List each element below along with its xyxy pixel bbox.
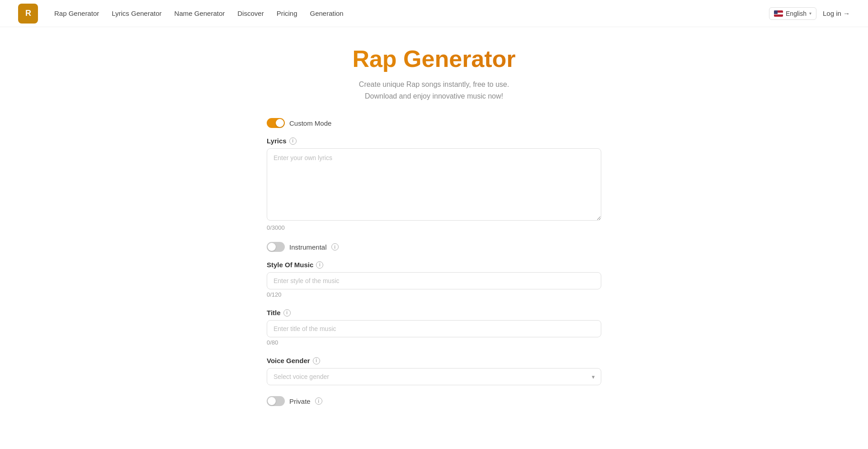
language-selector[interactable]: English ▾ <box>769 7 816 20</box>
custom-mode-label: Custom Mode <box>289 119 331 127</box>
private-toggle-thumb <box>268 397 276 405</box>
instrumental-toggle-thumb <box>268 243 276 251</box>
toggle-thumb <box>276 119 284 127</box>
title-input[interactable] <box>267 320 601 337</box>
language-label: English <box>786 10 807 17</box>
nav-left: R Rap Generator Lyrics Generator Name Ge… <box>18 4 344 24</box>
nav-link-pricing[interactable]: Pricing <box>277 8 297 19</box>
navbar: R Rap Generator Lyrics Generator Name Ge… <box>0 0 868 27</box>
title-section: Title i 0/80 <box>267 309 601 346</box>
login-link[interactable]: Log in → <box>823 9 850 17</box>
logo[interactable]: R <box>18 4 38 24</box>
instrumental-label: Instrumental <box>289 243 327 251</box>
instrumental-toggle[interactable] <box>267 242 285 252</box>
style-input[interactable] <box>267 272 601 289</box>
instrumental-row: Instrumental i <box>267 242 601 252</box>
style-char-count: 0/120 <box>267 291 601 298</box>
page-title: Rap Generator <box>267 45 601 72</box>
voice-gender-label: Voice Gender i <box>267 357 601 364</box>
private-toggle-track <box>267 396 285 406</box>
voice-gender-section: Voice Gender i Select voice gender Male … <box>267 357 601 385</box>
private-row: Private i <box>267 396 601 406</box>
nav-link-name-generator[interactable]: Name Generator <box>175 8 225 19</box>
nav-link-generation[interactable]: Generation <box>310 8 344 19</box>
lyrics-char-count: 0/3000 <box>267 224 601 231</box>
title-label: Title i <box>267 309 601 317</box>
title-info-icon[interactable]: i <box>283 309 291 317</box>
voice-gender-select[interactable]: Select voice gender Male Female Neutral <box>267 368 601 385</box>
lyrics-label: Lyrics i <box>267 137 601 145</box>
private-info-icon[interactable]: i <box>315 397 322 405</box>
custom-mode-row: Custom Mode <box>267 118 601 128</box>
private-toggle[interactable] <box>267 396 285 406</box>
voice-gender-wrapper: Select voice gender Male Female Neutral … <box>267 368 601 385</box>
instrumental-info-icon[interactable]: i <box>331 243 339 250</box>
style-info-icon[interactable]: i <box>316 261 323 269</box>
title-char-count: 0/80 <box>267 339 601 346</box>
style-label: Style Of Music i <box>267 261 601 269</box>
toggle-track <box>267 118 285 128</box>
lyrics-textarea[interactable] <box>267 148 601 221</box>
lyrics-section: Lyrics i 0/3000 <box>267 137 601 231</box>
nav-link-rap-generator[interactable]: Rap Generator <box>54 8 99 19</box>
style-section: Style Of Music i 0/120 <box>267 261 601 298</box>
nav-link-lyrics-generator[interactable]: Lyrics Generator <box>112 8 161 19</box>
flag-icon <box>774 10 783 17</box>
private-label: Private <box>289 397 311 405</box>
main-content: Rap Generator Create unique Rap songs in… <box>258 27 610 449</box>
nav-right: English ▾ Log in → <box>769 7 850 20</box>
chevron-down-icon: ▾ <box>809 11 811 16</box>
nav-link-discover[interactable]: Discover <box>237 8 264 19</box>
instrumental-toggle-track <box>267 242 285 252</box>
voice-gender-info-icon[interactable]: i <box>313 357 320 364</box>
lyrics-info-icon[interactable]: i <box>289 137 297 145</box>
nav-links: Rap Generator Lyrics Generator Name Gene… <box>54 8 344 19</box>
page-subtitle: Create unique Rap songs instantly, free … <box>267 79 601 102</box>
custom-mode-toggle[interactable] <box>267 118 285 128</box>
